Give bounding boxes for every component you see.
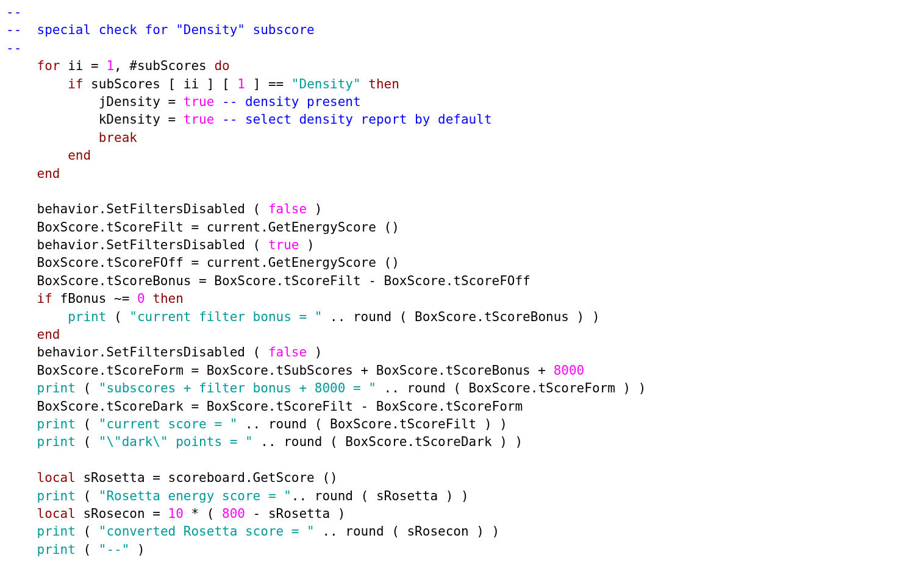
code-token: .. round ( BoxScore.tScoreBonus ) ): [322, 310, 599, 324]
code-token: [214, 94, 222, 109]
code-token: end: [68, 148, 91, 163]
code-token: behavior.SetFiltersDisabled (: [6, 345, 268, 360]
code-token: BoxScore.tScoreForm = BoxScore.tSubScore…: [6, 363, 554, 378]
code-token: true: [184, 112, 215, 127]
code-token: "converted Rosetta score = ": [99, 524, 315, 539]
code-token: [6, 489, 37, 503]
code-token: 800: [222, 506, 245, 521]
code-token: [6, 327, 37, 342]
code-token: print: [37, 381, 76, 395]
code-token: .. round ( sRosetta ) ): [291, 489, 469, 503]
code-token: true: [184, 94, 215, 109]
code-token: (: [76, 434, 99, 449]
code-token: print: [37, 434, 76, 449]
code-token: [6, 148, 68, 163]
code-token: print: [37, 417, 76, 431]
code-token: then: [368, 77, 399, 91]
code-token: true: [268, 238, 299, 252]
code-token: BoxScore.tScoreDark = BoxScore.tScoreFil…: [6, 399, 523, 414]
code-token: BoxScore.tScoreBonus = BoxScore.tScoreFi…: [6, 274, 531, 288]
code-token: ii =: [60, 58, 107, 73]
code-token: [6, 291, 37, 306]
code-token: "--": [99, 542, 130, 557]
code-token: --: [6, 41, 21, 55]
code-token: 1: [237, 77, 245, 91]
code-token: - sRosetta ): [245, 506, 345, 521]
code-token: "current filter bonus = ": [129, 310, 322, 324]
code-token: 10: [168, 506, 184, 521]
code-token: (: [106, 310, 129, 324]
code-token: end: [37, 166, 60, 181]
code-token: .. round ( BoxScore.tScoreDark ) ): [253, 434, 523, 449]
code-token: if: [68, 77, 83, 91]
code-token: BoxScore.tScoreFOff = current.GetEnergyS…: [6, 255, 399, 270]
code-token: -- special check for "Density" subscore: [6, 23, 315, 37]
code-token: [6, 310, 68, 324]
code-token: ): [307, 345, 322, 360]
code-token: [6, 130, 99, 145]
code-token: , #subScores: [114, 58, 214, 73]
code-token: [214, 112, 222, 127]
code-token: [6, 524, 37, 539]
code-token: sRosetta = scoreboard.GetScore (): [76, 470, 338, 485]
code-token: false: [268, 345, 307, 360]
code-token: behavior.SetFiltersDisabled (: [6, 238, 268, 252]
code-token: 0: [137, 291, 145, 306]
code-token: "current score = ": [99, 417, 238, 431]
code-token: ): [129, 542, 145, 557]
code-token: .. round ( BoxScore.tScoreForm ) ): [376, 381, 646, 395]
code-token: [6, 470, 37, 485]
code-token: [6, 381, 37, 395]
code-block: -- -- special check for "Density" subsco…: [0, 0, 922, 562]
code-token: then: [152, 291, 184, 306]
code-token: local: [37, 470, 76, 485]
code-token: "Rosetta energy score = ": [99, 489, 291, 503]
code-token: -- density present: [222, 94, 361, 109]
code-token: for: [37, 58, 60, 73]
code-token: .. round ( sRosecon ) ): [315, 524, 499, 539]
code-token: print: [37, 524, 76, 539]
code-token: "Density": [291, 77, 361, 91]
code-token: jDensity =: [6, 94, 184, 109]
code-token: (: [76, 381, 99, 395]
code-token: end: [37, 327, 60, 342]
code-token: if: [37, 291, 52, 306]
code-token: break: [99, 130, 137, 145]
code-token: local: [37, 506, 76, 521]
code-token: do: [214, 58, 229, 73]
code-token: false: [268, 202, 307, 216]
code-token: [145, 291, 153, 306]
code-token: sRosecon =: [76, 506, 168, 521]
code-token: print: [37, 489, 76, 503]
code-token: [6, 77, 68, 91]
code-token: [361, 77, 369, 91]
code-token: [6, 506, 37, 521]
code-token: [6, 166, 37, 181]
code-token: .. round ( BoxScore.tScoreFilt ) ): [237, 417, 507, 431]
code-token: print: [68, 310, 106, 324]
code-token: (: [76, 489, 99, 503]
code-token: BoxScore.tScoreFilt = current.GetEnergyS…: [6, 220, 399, 235]
code-token: [6, 542, 37, 557]
code-token: -- select density report by default: [222, 112, 492, 127]
code-token: --: [6, 5, 21, 19]
code-token: [6, 434, 37, 449]
code-token: "subscores + filter bonus + 8000 = ": [99, 381, 376, 395]
code-token: print: [37, 542, 76, 557]
code-token: ): [299, 238, 314, 252]
code-token: ): [307, 202, 322, 216]
code-token: kDensity =: [6, 112, 184, 127]
code-token: fBonus ~=: [52, 291, 137, 306]
code-token: (: [76, 542, 99, 557]
code-token: subScores [ ii ] [: [83, 77, 237, 91]
code-token: behavior.SetFiltersDisabled (: [6, 202, 268, 216]
code-token: "\"dark\" points = ": [99, 434, 253, 449]
code-token: (: [76, 524, 99, 539]
code-token: 1: [106, 58, 114, 73]
code-token: 8000: [554, 363, 585, 378]
code-token: [6, 58, 37, 73]
code-token: ] ==: [245, 77, 291, 91]
code-token: (: [76, 417, 99, 431]
code-token: [6, 417, 37, 431]
code-token: * (: [184, 506, 222, 521]
